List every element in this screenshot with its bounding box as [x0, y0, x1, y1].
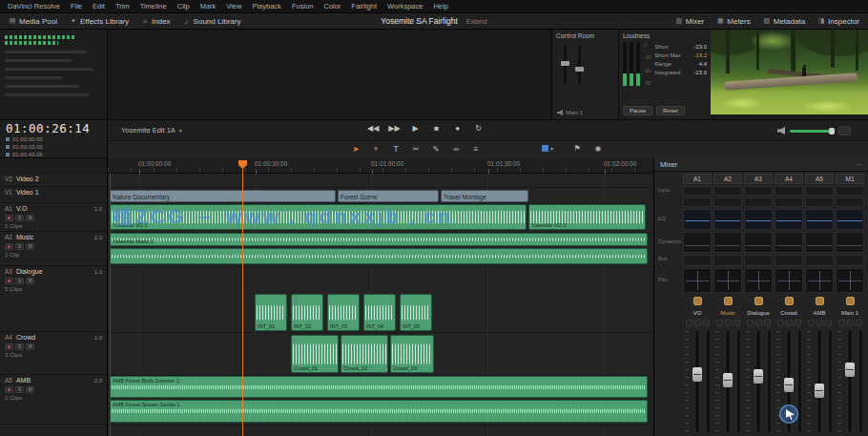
bus-slot[interactable]: [836, 255, 864, 266]
solo-button[interactable]: [847, 320, 854, 326]
mute-button[interactable]: M: [26, 243, 34, 250]
arm-button[interactable]: [785, 297, 794, 305]
input-slot[interactable]: [775, 186, 803, 196]
track-header-a5[interactable]: A5AMB 2.0 S M 2 Clips: [0, 375, 107, 425]
monitor-level-slider[interactable]: [564, 46, 567, 84]
arm-toggle[interactable]: [825, 320, 832, 326]
edit-tool-button[interactable]: T: [391, 144, 401, 154]
strip-id[interactable]: A3: [744, 174, 773, 184]
solo-button[interactable]: [694, 320, 701, 326]
audio-clip[interactable]: Yosemite Music 1: [110, 233, 648, 246]
mute-button[interactable]: M: [26, 278, 34, 284]
panel-toggle-button[interactable]: ▥ Mixer: [675, 17, 705, 26]
bus-slot[interactable]: [744, 255, 773, 266]
eq-display[interactable]: [836, 209, 864, 230]
mute-button[interactable]: M: [26, 386, 34, 393]
arm-toggle[interactable]: [795, 320, 801, 326]
pan-control[interactable]: [713, 268, 742, 293]
menu-item[interactable]: Fusion: [292, 2, 314, 10]
arm-button[interactable]: [724, 297, 733, 305]
menu-item[interactable]: Playback: [252, 2, 280, 10]
speaker-icon[interactable]: [777, 127, 785, 135]
menu-item[interactable]: Trim: [115, 2, 130, 10]
monitor-output[interactable]: Main 1: [557, 110, 583, 115]
menu-item[interactable]: Fairlight: [351, 2, 377, 10]
slider-handle[interactable]: [575, 67, 584, 72]
bus-slot[interactable]: [713, 255, 742, 266]
pan-control[interactable]: [775, 268, 803, 293]
input-slot[interactable]: [744, 186, 773, 196]
menu-item[interactable]: Timeline: [140, 2, 167, 10]
panel-toggle-button[interactable]: ▧ Metadata: [763, 17, 805, 26]
dynamics-display[interactable]: [683, 232, 712, 253]
arm-button[interactable]: [754, 297, 763, 305]
audio-clip[interactable]: INT_05: [400, 294, 432, 331]
fader-handle[interactable]: [784, 378, 794, 392]
edit-tool-button[interactable]: +: [371, 144, 381, 154]
menu-item[interactable]: Workspace: [387, 2, 423, 10]
record-arm-button[interactable]: [5, 386, 13, 393]
arm-toggle[interactable]: [856, 320, 862, 326]
dynamics-display[interactable]: [744, 232, 773, 253]
video-clip[interactable]: Travel Montage: [441, 190, 528, 202]
mute-button[interactable]: M: [26, 343, 34, 350]
edit-tool-button[interactable]: ✂: [411, 144, 421, 154]
channel-fader[interactable]: [683, 329, 712, 434]
track-header-a3[interactable]: A3Dialogue 1.0 S M 5 Clips: [0, 266, 107, 332]
volume-knob[interactable]: [829, 128, 835, 135]
solo-button[interactable]: S: [15, 278, 24, 284]
video-clip[interactable]: Nature Documentary: [110, 190, 336, 202]
panel-toggle-button[interactable]: ◨ Inspector: [817, 17, 859, 26]
track-header-v2[interactable]: V2Video 2: [0, 174, 107, 187]
input-slot[interactable]: [683, 186, 712, 196]
channel-fader[interactable]: [744, 329, 773, 434]
fader-handle[interactable]: [723, 373, 733, 387]
mute-button[interactable]: [838, 320, 845, 326]
strip-id[interactable]: A2: [713, 174, 742, 184]
mute-button[interactable]: [777, 320, 784, 326]
input-slot[interactable]: [713, 186, 742, 196]
panel-toggle-button[interactable]: ♪ Sound Library: [183, 17, 241, 26]
fader-handle[interactable]: [815, 384, 824, 398]
timeline[interactable]: 01:00:00:0001:00:30:0001:01:00:0001:01:3…: [108, 158, 653, 436]
fader-handle[interactable]: [754, 369, 763, 384]
solo-button[interactable]: [786, 320, 793, 326]
eq-display[interactable]: [683, 209, 712, 230]
edit-tool-button[interactable]: ≡: [471, 144, 481, 154]
record-arm-button[interactable]: [5, 343, 13, 350]
strip-id[interactable]: A1: [683, 174, 712, 184]
fader-handle[interactable]: [845, 363, 855, 377]
options-icon[interactable]: ⋯: [856, 160, 863, 169]
bus-slot[interactable]: [805, 255, 834, 266]
clip-color-picker[interactable]: ▾: [542, 145, 553, 152]
flag-marker-button[interactable]: ◉: [593, 144, 603, 153]
channel-fader[interactable]: [836, 329, 864, 434]
strip-id[interactable]: A5: [805, 174, 834, 184]
solo-button[interactable]: [816, 320, 823, 326]
panel-toggle-button[interactable]: ≡ Index: [141, 17, 171, 26]
audio-clip[interactable]: INT_04: [363, 294, 396, 331]
menu-item[interactable]: Help: [433, 2, 447, 10]
audio-clip[interactable]: [110, 248, 648, 264]
mute-button[interactable]: [686, 320, 692, 326]
panel-toggle-button[interactable]: ✦ Effects Library: [70, 17, 129, 26]
panel-toggle-button[interactable]: ▦ Meters: [716, 17, 750, 26]
loudness-button[interactable]: Pause: [623, 106, 652, 115]
timeline-name-dropdown[interactable]: Yosemite Edit 1A▾: [121, 126, 182, 135]
solo-button[interactable]: S: [15, 243, 24, 250]
channel-fader[interactable]: [805, 329, 834, 434]
effects-slot[interactable]: [805, 197, 834, 207]
mute-button[interactable]: [808, 320, 815, 326]
dynamics-display[interactable]: [713, 232, 742, 253]
playhead[interactable]: [242, 166, 243, 436]
mute-button[interactable]: [716, 320, 723, 326]
strip-id[interactable]: M1: [836, 174, 864, 184]
timeline-content[interactable]: Nature Documentary Forest Scene Travel M…: [108, 174, 653, 436]
edit-tool-button[interactable]: ✎: [431, 144, 441, 154]
arm-button[interactable]: [846, 297, 855, 305]
fader-handle[interactable]: [692, 367, 702, 382]
audio-clip[interactable]: INT_01: [255, 294, 287, 331]
track-header-a4[interactable]: A4Crowd 1.0 S M 3 Clips: [0, 332, 107, 375]
eq-display[interactable]: [805, 209, 834, 230]
audio-clip[interactable]: INT_03: [327, 294, 360, 331]
